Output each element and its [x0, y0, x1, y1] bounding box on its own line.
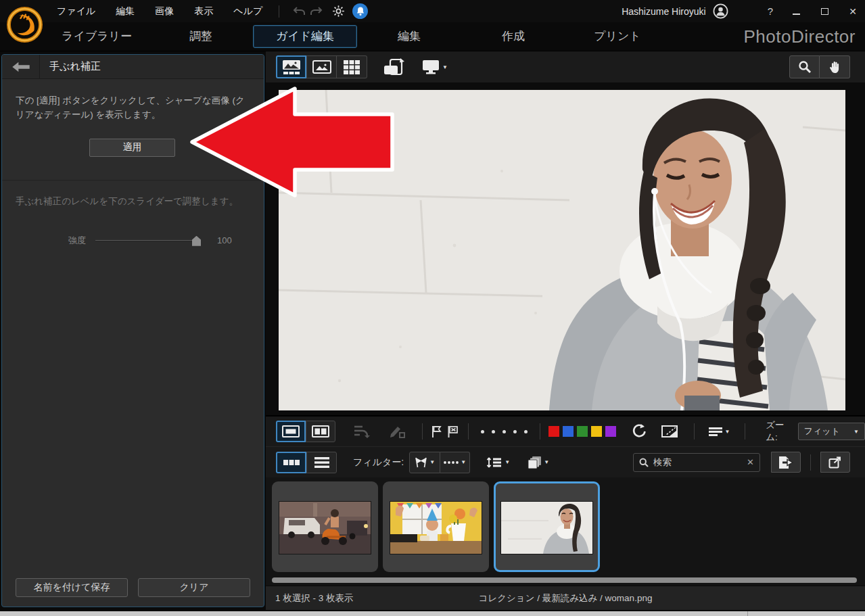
menu-edit[interactable]: 編集 — [116, 5, 135, 18]
color-label-red[interactable] — [548, 426, 559, 437]
thumbnail-woman-photo-selected[interactable] — [494, 481, 600, 572]
module-tabs: ライブラリー 調整 ガイド編集 編集 作成 プリント PhotoDirector — [0, 22, 865, 51]
open-new-window-button[interactable] — [820, 452, 850, 473]
menu-file[interactable]: ファイル — [57, 5, 95, 18]
export-icon — [778, 456, 794, 469]
color-label-green[interactable] — [577, 426, 588, 437]
strength-slider[interactable] — [95, 235, 197, 246]
menu-image[interactable]: 画像 — [155, 5, 174, 18]
view-mode-viewer-filmstrip-button[interactable] — [276, 55, 306, 78]
star-rating-dots[interactable] — [481, 430, 528, 433]
close-button[interactable]: ✕ — [847, 6, 858, 17]
slider-track[interactable] — [95, 240, 197, 241]
compare-view-button[interactable] — [306, 421, 335, 442]
scrollbar-thumb[interactable] — [272, 577, 857, 583]
breadcrumb[interactable]: コレクション / 最新読み込み / woman.png — [266, 592, 865, 605]
list-view-button[interactable] — [306, 452, 337, 473]
menu-view[interactable]: 表示 — [194, 5, 213, 18]
secondary-monitor-icon[interactable]: ▼ — [421, 59, 448, 75]
zoom-dropdown-caret[interactable]: ▼ — [854, 429, 859, 435]
pan-tool-button[interactable] — [820, 55, 850, 78]
filmstrip-toolbar: フィルター: ▼ ▼ ▼ ▼ 検索 — [266, 446, 865, 477]
desktop-background-strip-bottom — [0, 611, 865, 616]
zoom-tool-button[interactable] — [789, 55, 820, 78]
flag-reject-icon[interactable] — [447, 425, 459, 438]
zoom-level-dropdown[interactable]: フィット ▼ — [798, 423, 865, 440]
list-dropdown-caret[interactable]: ▼ — [724, 429, 730, 435]
clear-button[interactable]: クリア — [138, 578, 250, 597]
view-options-list-icon[interactable]: ▼ — [709, 427, 730, 436]
help-button[interactable]: ? — [768, 5, 773, 17]
toolbar-separator — [468, 423, 469, 440]
title-bar: ファイル 編集 画像 表示 ヘルプ Hashizume Hiroyuki ? — [0, 0, 865, 22]
woman-photo-image — [501, 502, 592, 554]
toolbar-separator — [810, 454, 811, 471]
birthday-photo-image — [390, 502, 482, 554]
slider-handle[interactable] — [192, 236, 201, 246]
filmstrip-scrollbar[interactable] — [266, 575, 865, 586]
view-mode-viewer-only-button[interactable] — [306, 55, 337, 78]
crossed-flags-icon — [415, 457, 427, 468]
panel-footer: 名前を付けて保存 クリア — [2, 578, 264, 607]
export-button[interactable] — [771, 452, 801, 473]
tab-create[interactable]: 作成 — [461, 26, 565, 47]
stack-dropdown-caret[interactable]: ▼ — [544, 459, 549, 465]
panel-header: 手ぶれ補正 — [2, 55, 264, 79]
view-mode-browser-only-button[interactable] — [337, 55, 367, 78]
undo-icon[interactable] — [290, 3, 308, 20]
strength-slider-row: 強度 100 — [2, 235, 264, 247]
monitor-dropdown-caret[interactable]: ▼ — [442, 64, 448, 70]
color-label-yellow[interactable] — [591, 426, 602, 437]
sort-dropdown-caret[interactable]: ▼ — [505, 459, 510, 465]
adjust-edit-pencil-icon[interactable] — [388, 425, 406, 438]
filter-rating-dropdown[interactable]: ▼ — [440, 452, 470, 473]
notification-bell-icon[interactable] — [352, 3, 368, 19]
rating-dots-icon — [444, 461, 459, 464]
tab-guided-edit[interactable]: ガイド編集 — [253, 25, 357, 48]
viewer-toolbar: ▼ — [266, 51, 865, 82]
sort-order-icon[interactable]: ▼ — [486, 456, 510, 469]
redo-icon[interactable] — [308, 3, 325, 20]
toolbar-separator — [540, 423, 540, 440]
user-name[interactable]: Hashizume Hiroyuki — [622, 6, 705, 17]
zoom-level-value: フィット — [804, 425, 854, 437]
color-label-blue[interactable] — [563, 426, 574, 437]
color-label-purple[interactable] — [605, 426, 616, 437]
rating-dropdown-caret[interactable]: ▼ — [461, 459, 466, 465]
crop-canvas-icon[interactable] — [661, 424, 679, 439]
thumbnail-view-button[interactable] — [276, 452, 306, 473]
photodirector-window: ファイル 編集 画像 表示 ヘルプ Hashizume Hiroyuki ? — [0, 0, 865, 616]
search-clear-icon[interactable]: ✕ — [747, 457, 754, 467]
flags-dropdown-caret[interactable]: ▼ — [429, 459, 435, 465]
settings-gear-icon[interactable] — [329, 3, 347, 20]
menu-help[interactable]: ヘルプ — [233, 5, 262, 18]
apply-button[interactable]: 適用 — [89, 139, 175, 157]
toolbar-separator — [745, 423, 745, 440]
back-arrow-icon[interactable] — [2, 55, 40, 78]
stack-photos-icon[interactable]: ▼ — [528, 456, 549, 469]
strength-label: 強度 — [68, 235, 95, 247]
tab-library[interactable]: ライブラリー — [45, 26, 149, 47]
search-placeholder: 検索 — [653, 456, 747, 469]
thumbnail-scooter-photo[interactable] — [272, 481, 378, 572]
single-view-icon — [282, 425, 300, 437]
tab-edit[interactable]: 編集 — [357, 26, 461, 47]
app-logo-icon[interactable] — [5, 5, 44, 44]
filter-flags-dropdown[interactable]: ▼ — [409, 452, 440, 473]
save-as-button[interactable]: 名前を付けて保存 — [16, 578, 128, 597]
strength-value: 100 — [217, 235, 232, 245]
reset-history-icon[interactable] — [353, 425, 371, 438]
search-input[interactable]: 検索 ✕ — [633, 453, 760, 472]
thumbnail-birthday-photo[interactable] — [383, 481, 489, 572]
single-view-button[interactable] — [276, 421, 306, 442]
hand-icon — [828, 60, 841, 74]
tab-print[interactable]: プリント — [565, 26, 670, 47]
tab-adjust[interactable]: 調整 — [149, 26, 253, 47]
maximize-button[interactable] — [819, 6, 830, 17]
minimize-button[interactable] — [791, 6, 801, 17]
user-avatar-icon[interactable] — [713, 3, 728, 19]
viewer-filmstrip-icon — [282, 60, 301, 75]
rotate-left-icon[interactable] — [631, 423, 647, 440]
flag-pick-icon[interactable] — [431, 425, 442, 438]
rotate-canvas-icon[interactable] — [382, 57, 405, 76]
